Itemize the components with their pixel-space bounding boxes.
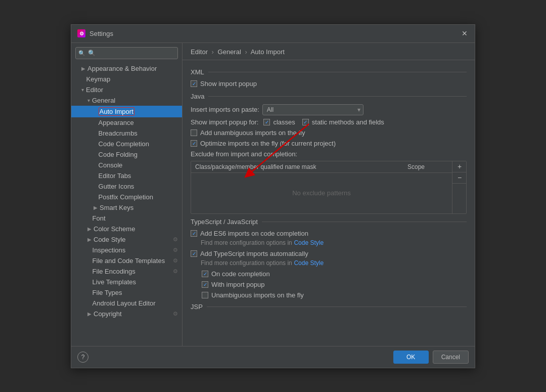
sidebar-item-label: Live Templates <box>93 278 136 286</box>
insert-imports-select[interactable]: AllAskNone <box>262 104 363 115</box>
sidebar-item-label: Appearance <box>99 119 134 126</box>
sidebar-item-smart-keys[interactable]: ▶ Smart Keys <box>71 202 182 213</box>
with-import-checkbox[interactable] <box>202 281 208 288</box>
sidebar-item-label: Code Completion <box>99 140 149 148</box>
help-button[interactable]: ? <box>77 352 88 363</box>
sidebar-item-breadcrumbs[interactable]: Breadcrumbs <box>71 128 182 139</box>
sidebar-item-appearance[interactable]: Appearance <box>71 117 182 128</box>
sidebar-item-copyright[interactable]: ▶ Copyright ⚙ <box>71 309 182 319</box>
sidebar-item-label: Appearance & Behavior <box>87 65 157 72</box>
title-bar: ⚙ Settings ✕ <box>71 25 475 43</box>
sidebar-item-file-types[interactable]: File Types <box>71 287 182 298</box>
expand-arrow <box>87 300 90 306</box>
gear-icon: ⚙ <box>173 247 178 253</box>
sidebar-item-label: Editor <box>86 86 103 94</box>
sidebar-item-label: Android Layout Editor <box>93 299 156 307</box>
add-unambiguous-label: Add unambiguous imports on the fly <box>191 129 305 137</box>
breadcrumb-sep2: › <box>245 48 247 56</box>
sidebar-item-live-templates[interactable]: Live Templates <box>71 277 182 287</box>
sidebar-item-label: Console <box>99 161 123 169</box>
sidebar-item-file-code-templates[interactable]: File and Code Templates ⚙ <box>71 255 182 266</box>
xml-show-import-label: Show import popup <box>191 80 257 88</box>
dialog-body: 🔍 ▶ Appearance & Behavior Keymap ▾ Edito… <box>71 43 475 346</box>
insert-imports-row: Insert imports on paste: AllAskNone <box>191 104 467 115</box>
sidebar-item-postfix-completion[interactable]: Postfix Completion <box>71 192 182 202</box>
optimize-imports-row: Optimize imports on the fly (for current… <box>191 140 467 147</box>
add-typescript-label: Add TypeScript imports automatically <box>191 250 308 257</box>
sidebar-item-appearance-behavior[interactable]: ▶ Appearance & Behavior <box>71 63 182 74</box>
expand-arrow <box>87 290 90 295</box>
sidebar-item-file-encodings[interactable]: File Encodings ⚙ <box>71 266 182 277</box>
settings-panel: XML Show import popup Java Insert import… <box>183 60 475 346</box>
table-actions: + − <box>452 161 466 213</box>
sidebar-item-label: Code Folding <box>99 151 138 158</box>
sidebar-item-android-layout[interactable]: Android Layout Editor <box>71 298 182 309</box>
expand-arrow <box>94 194 97 200</box>
expand-arrow: ▶ <box>87 237 92 242</box>
sidebar-item-code-folding[interactable]: Code Folding <box>71 149 182 160</box>
gear-icon: ⚙ <box>173 268 178 275</box>
sidebar-item-console[interactable]: Console <box>71 160 182 170</box>
add-exclude-button[interactable]: + <box>452 161 467 172</box>
with-import-row: With import popup <box>202 281 467 288</box>
sidebar-item-font[interactable]: Font <box>71 213 182 224</box>
expand-arrow: ▾ <box>87 98 90 103</box>
breadcrumb-auto-import: Auto Import <box>251 48 285 56</box>
classes-checkbox[interactable] <box>263 119 270 125</box>
add-typescript-checkbox[interactable] <box>191 250 197 257</box>
xml-show-import-checkbox[interactable] <box>191 80 197 87</box>
sidebar-item-code-style[interactable]: ▶ Code Style ⚙ <box>71 234 182 245</box>
app-icon: ⚙ <box>77 29 85 37</box>
sidebar-item-general[interactable]: ▾ General <box>71 95 182 106</box>
expand-arrow <box>94 173 97 179</box>
breadcrumb-general: General <box>218 48 241 56</box>
sidebar-item-gutter-icons[interactable]: Gutter Icons <box>71 181 182 192</box>
expand-arrow <box>87 269 90 274</box>
expand-arrow <box>94 152 97 157</box>
add-es6-label: Add ES6 imports on code completion <box>191 230 308 237</box>
expand-arrow <box>81 76 84 82</box>
sidebar-item-label: File Encodings <box>93 268 135 275</box>
sidebar-item-code-completion[interactable]: Code Completion <box>71 139 182 149</box>
window-title: Settings <box>89 30 461 37</box>
sidebar-item-keymap[interactable]: Keymap <box>71 74 182 84</box>
code-style-link1[interactable]: Code Style <box>294 239 324 246</box>
insert-imports-label: Insert imports on paste: <box>191 106 259 113</box>
optimize-imports-checkbox[interactable] <box>191 140 197 147</box>
sidebar: 🔍 ▶ Appearance & Behavior Keymap ▾ Edito… <box>71 43 183 346</box>
sidebar-item-editor-tabs[interactable]: Editor Tabs <box>71 170 182 181</box>
cancel-button[interactable]: Cancel <box>433 351 469 364</box>
sidebar-item-color-scheme[interactable]: ▶ Color Scheme <box>71 224 182 234</box>
expand-arrow: ▶ <box>87 311 92 317</box>
unambiguous-checkbox[interactable] <box>202 292 208 298</box>
static-checkbox[interactable] <box>302 119 309 125</box>
add-unambiguous-row: Add unambiguous imports on the fly <box>191 129 467 137</box>
search-input[interactable] <box>75 47 178 59</box>
expand-arrow <box>94 130 97 136</box>
table-col2-header: Scope <box>407 163 448 170</box>
sidebar-item-editor[interactable]: ▾ Editor <box>71 84 182 95</box>
sidebar-item-inspections[interactable]: Inspections ⚙ <box>71 245 182 255</box>
find-config1-text: Find more configuration options in <box>201 239 292 246</box>
search-box: 🔍 <box>75 47 178 59</box>
expand-arrow <box>87 247 90 253</box>
ok-button[interactable]: OK <box>393 351 429 364</box>
code-style-link2[interactable]: Code Style <box>294 259 324 267</box>
add-unambiguous-checkbox[interactable] <box>191 129 197 136</box>
optimize-imports-label: Optimize imports on the fly (for current… <box>191 140 336 147</box>
sidebar-item-label: Gutter Icons <box>99 183 134 190</box>
on-code-checkbox[interactable] <box>202 271 208 277</box>
empty-table-msg: No exclude patterns <box>277 174 366 212</box>
sidebar-item-auto-import[interactable]: Auto Import <box>71 106 182 117</box>
add-es6-checkbox[interactable] <box>191 230 197 237</box>
close-button[interactable]: ✕ <box>461 29 469 37</box>
xml-section-header: XML <box>191 68 467 76</box>
java-section-header: Java <box>191 93 467 100</box>
remove-exclude-button[interactable]: − <box>452 172 467 184</box>
search-icon: 🔍 <box>78 50 85 56</box>
find-config2-text: Find more configuration options in <box>201 259 292 267</box>
dialog-footer: ? OK Cancel <box>71 346 475 368</box>
show-import-popup-label: Show import popup for: <box>191 118 258 126</box>
with-import-label: With import popup <box>202 281 265 288</box>
unambiguous-label: Unambiguous imports on the fly <box>202 291 304 299</box>
